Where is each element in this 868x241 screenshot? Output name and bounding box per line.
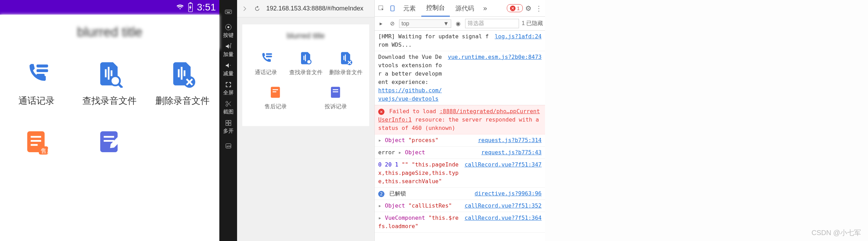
wifi-icon bbox=[175, 3, 185, 11]
app-item-call-log[interactable]: 通话记录 bbox=[0, 60, 73, 107]
toolbar-multi[interactable]: 多开 bbox=[219, 117, 237, 136]
phone-screen-left: 3:51 blurred title 通话记录 查找录音文件 删除录音文件 售后 bbox=[0, 0, 219, 241]
svg-text:售后: 售后 bbox=[41, 148, 50, 154]
console-row: 0 20 1 "" "this.pageIndex,this.pageSize,… bbox=[375, 159, 545, 188]
preview-item-aftersale[interactable]: 售后记录 bbox=[257, 85, 295, 110]
console-clear-icon[interactable]: ⊘ bbox=[388, 20, 396, 27]
toolbar-fullscreen[interactable]: 全屏 bbox=[219, 79, 237, 98]
svg-rect-17 bbox=[31, 136, 41, 138]
svg-rect-18 bbox=[31, 140, 41, 142]
preview-label: 售后记录 bbox=[265, 103, 287, 110]
svg-rect-27 bbox=[227, 11, 228, 11]
browser-preview: 192.168.153.43:8888/#/homeIndex blurred … bbox=[237, 0, 374, 241]
delete-audio-icon bbox=[169, 60, 196, 88]
tab-console[interactable]: 控制台 bbox=[421, 0, 450, 17]
svg-rect-54 bbox=[273, 89, 278, 90]
svg-rect-58 bbox=[333, 91, 338, 92]
preview-label: 删除录音文件 bbox=[329, 69, 363, 76]
preview-label: 通话记录 bbox=[255, 69, 277, 76]
console-filter-input[interactable]: 筛选器 bbox=[465, 19, 519, 28]
nav-back[interactable] bbox=[240, 4, 250, 14]
toolbar-apk[interactable]: APK bbox=[219, 136, 237, 155]
svg-rect-60 bbox=[391, 6, 394, 11]
apk-icon: APK bbox=[225, 142, 232, 150]
scissors-icon bbox=[225, 100, 232, 108]
toolbar-volume-up[interactable]: + 加量 bbox=[219, 40, 237, 60]
app-item-edit-doc[interactable] bbox=[73, 128, 146, 163]
device-icon[interactable] bbox=[387, 3, 398, 14]
svg-text:-: - bbox=[229, 62, 231, 67]
svg-rect-45 bbox=[303, 56, 305, 60]
csdn-watermark: CSDN @小七军 bbox=[811, 228, 861, 238]
source-link[interactable]: callRecord.vue?7f51:364 bbox=[464, 214, 542, 231]
devtools-tabs: 元素 控制台 源代码 » ✕ 1 ⚙ ⋮ bbox=[375, 0, 545, 17]
svg-rect-28 bbox=[228, 11, 229, 11]
svg-rect-12 bbox=[184, 70, 185, 76]
app-item-aftersale[interactable]: 售后 bbox=[0, 128, 73, 163]
call-log-icon bbox=[259, 51, 273, 65]
fullscreen-icon bbox=[225, 81, 232, 88]
svg-rect-24 bbox=[104, 140, 114, 142]
status-time: 3:51 bbox=[197, 2, 216, 13]
tab-elements[interactable]: 元素 bbox=[398, 0, 421, 17]
svg-rect-3 bbox=[36, 69, 48, 72]
info-icon: 2 bbox=[378, 191, 384, 197]
phone-status-bar: 3:51 bbox=[0, 0, 219, 15]
devtools-dock[interactable]: ⋮ bbox=[534, 4, 544, 13]
console-row: Download the Vue Devtools extension for … bbox=[375, 51, 545, 105]
error-count-badge[interactable]: ✕ 1 bbox=[507, 4, 523, 12]
svg-rect-48 bbox=[343, 56, 344, 60]
phone-header-title: blurred title bbox=[0, 15, 219, 49]
svg-rect-19 bbox=[31, 144, 38, 146]
preview-item-delete-audio[interactable]: 删除录音文件 bbox=[327, 51, 365, 76]
svg-rect-55 bbox=[273, 91, 277, 92]
source-link[interactable]: request.js?b775:314 bbox=[478, 136, 542, 145]
svg-rect-43 bbox=[266, 53, 272, 55]
preview-item-complaint[interactable]: 投诉记录 bbox=[317, 85, 355, 110]
console-row: ▸ Object "callListRes" callRecord.vue?7f… bbox=[375, 200, 545, 212]
svg-rect-30 bbox=[227, 12, 230, 13]
toolbar-volume-down[interactable]: - 减量 bbox=[219, 60, 237, 79]
toolbar-screenshot[interactable]: 截图 bbox=[219, 98, 237, 117]
svg-rect-10 bbox=[178, 69, 180, 77]
emulator-toolbar: 按键 + 加量 - 减量 全屏 截图 多开 APK bbox=[219, 0, 237, 241]
source-link[interactable]: callRecord.vue?7f51:347 bbox=[464, 161, 542, 186]
console-row: ▸ Object "process" request.js?b775:314 bbox=[375, 134, 545, 147]
svg-rect-49 bbox=[345, 55, 346, 61]
source-link[interactable]: callRecord.vue?7f51:352 bbox=[464, 202, 542, 210]
source-link[interactable]: vue.runtime.esm.js?2b0e:8473 bbox=[448, 53, 542, 103]
console-row: [HMR] Waiting for update signal from WDS… bbox=[375, 31, 545, 51]
console-play-icon[interactable]: ▸ bbox=[377, 20, 385, 27]
console-output[interactable]: [HMR] Waiting for update signal from WDS… bbox=[375, 31, 545, 241]
app-item-search-audio[interactable]: 查找录音文件 bbox=[73, 60, 146, 107]
svg-rect-29 bbox=[230, 11, 230, 11]
url-text[interactable]: 192.168.153.43:8888/#/homeIndex bbox=[265, 5, 372, 12]
preview-item-search-audio[interactable]: 查找录音文件 bbox=[287, 51, 325, 76]
blank-area: CSDN @小七军 bbox=[545, 0, 868, 241]
svg-rect-5 bbox=[105, 69, 107, 77]
browser-url-bar: 192.168.153.43:8888/#/homeIndex bbox=[237, 0, 374, 17]
preview-title: blurred title bbox=[246, 31, 366, 40]
preview-grid: 通话记录 查找录音文件 删除录音文件 售后记录 投诉记录 bbox=[246, 51, 366, 119]
vue-devtools-link[interactable]: https://github.com/vuejs/vue-devtools bbox=[378, 87, 442, 102]
console-row: 2 已解锁 directive.js?9963:96 bbox=[375, 188, 545, 200]
nav-reload[interactable] bbox=[252, 4, 262, 14]
tabs-more[interactable]: » bbox=[480, 4, 490, 12]
toolbar-keyboard[interactable] bbox=[219, 2, 237, 21]
app-item-delete-audio[interactable]: 删除录音文件 bbox=[146, 60, 219, 107]
eye-icon[interactable]: ◉ bbox=[454, 20, 462, 27]
devtools-settings[interactable]: ⚙ bbox=[524, 4, 533, 13]
toolbar-keypress[interactable]: 按键 bbox=[219, 21, 237, 40]
svg-point-8 bbox=[111, 76, 120, 86]
console-context-select[interactable]: top▼ bbox=[399, 20, 451, 28]
console-row: error ▸ Object request.js?b775:43 bbox=[375, 147, 545, 159]
source-link[interactable]: directive.js?9963:96 bbox=[474, 189, 542, 198]
svg-rect-37 bbox=[226, 120, 228, 122]
preview-item-call-log[interactable]: 通话记录 bbox=[247, 51, 285, 76]
inspect-icon[interactable] bbox=[376, 3, 387, 14]
source-link[interactable]: request.js?b775:43 bbox=[481, 148, 542, 157]
source-link[interactable]: log.js?1afd:24 bbox=[495, 32, 542, 49]
tab-sources[interactable]: 源代码 bbox=[451, 0, 479, 17]
svg-text:+: + bbox=[230, 42, 232, 46]
reload-icon bbox=[254, 6, 260, 12]
